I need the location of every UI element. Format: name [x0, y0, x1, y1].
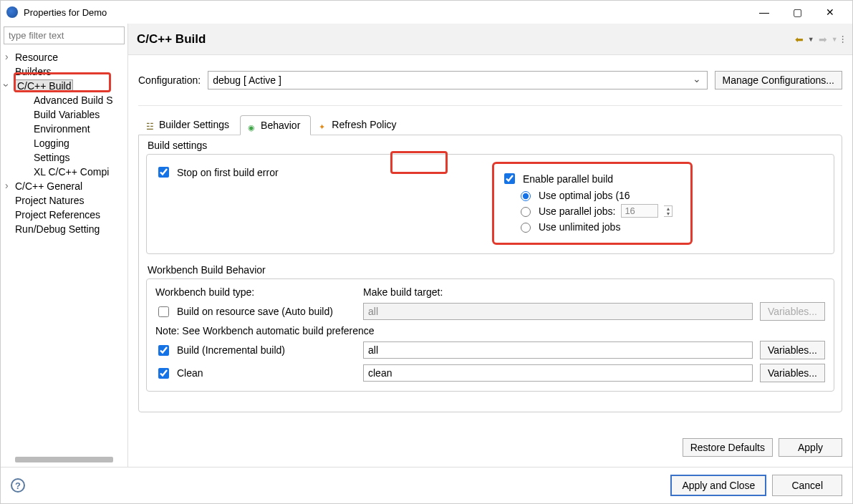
incremental-build-label: Build (Incremental build) — [177, 344, 285, 356]
build-settings-group: Stop on first build error Enable paralle… — [146, 154, 834, 254]
clean-variables-button[interactable]: Variables... — [760, 364, 825, 382]
tab-behavior[interactable]: Behavior — [240, 115, 311, 135]
help-icon[interactable]: ? — [11, 478, 25, 493]
apply-and-close-button[interactable]: Apply and Close — [670, 475, 766, 496]
stop-on-error-checkbox[interactable] — [158, 167, 169, 178]
optimal-jobs-radio[interactable] — [521, 191, 531, 201]
tree-item-logging[interactable]: Logging — [1, 136, 127, 150]
parallel-jobs-label: Use parallel jobs: — [539, 205, 615, 217]
auto-build-checkbox[interactable] — [158, 306, 169, 317]
annotation-highlight-parallel: Enable parallel build Use optimal jobs (… — [492, 162, 693, 245]
titlebar: Properties for Demo — ▢ ✕ — [1, 1, 852, 24]
apply-button[interactable]: Apply — [779, 438, 842, 457]
tab-body: Build settings Stop on first build error — [138, 135, 842, 412]
stop-on-error-label: Stop on first build error — [177, 167, 279, 178]
incremental-target-input[interactable] — [363, 341, 753, 359]
app-icon — [6, 6, 18, 18]
tree-item-advanced[interactable]: Advanced Build S — [1, 93, 127, 107]
refresh-policy-icon — [319, 120, 327, 129]
tree-item-settings[interactable]: Settings — [1, 150, 127, 165]
configuration-select[interactable]: debug [ Active ] — [208, 71, 707, 89]
sidebar: Resource Builders C/C++ Build Advanced B… — [1, 24, 128, 467]
workbench-group-title: Workbench Build Behavior — [148, 264, 834, 276]
menu-dots-icon[interactable]: ●●● — [842, 35, 844, 44]
sidebar-scrollbar[interactable] — [15, 457, 113, 462]
tree-item-build-variables[interactable]: Build Variables — [1, 107, 127, 122]
tree-item-builders[interactable]: Builders — [1, 64, 127, 79]
parallel-jobs-spinner[interactable]: ▲▼ — [664, 205, 673, 217]
builder-settings-icon — [146, 120, 155, 129]
tab-builder-label: Builder Settings — [159, 119, 229, 130]
parallel-jobs-input[interactable] — [621, 204, 658, 218]
tab-behavior-label: Behavior — [261, 120, 300, 131]
forward-arrow-icon[interactable]: ➡ — [819, 34, 827, 45]
clean-checkbox[interactable] — [158, 368, 169, 379]
workbench-type-label: Workbench build type: — [155, 286, 356, 298]
tree-item-ccgeneral[interactable]: C/C++ General — [1, 179, 127, 193]
page-title: C/C++ Build — [137, 32, 795, 47]
tabs: Builder Settings Behavior Refresh Policy — [128, 106, 852, 135]
dialog-footer: ? Apply and Close Cancel — [1, 467, 852, 503]
cancel-button[interactable]: Cancel — [772, 475, 842, 496]
page-header: C/C++ Build ⬅ ▼ ➡ ▼ ●●● — [128, 24, 852, 55]
auto-build-variables-button: Variables... — [760, 302, 825, 321]
behavior-icon — [248, 121, 256, 130]
unlimited-jobs-label: Use unlimited jobs — [539, 221, 620, 233]
nav-tree: Resource Builders C/C++ Build Advanced B… — [1, 47, 127, 457]
workbench-group: Workbench build type: Make build target:… — [146, 278, 834, 392]
filter-input[interactable] — [4, 26, 125, 44]
tab-refresh-label: Refresh Policy — [332, 119, 396, 130]
auto-build-note: Note: See Workbench automatic build pref… — [155, 325, 825, 336]
tree-item-xlc[interactable]: XL C/C++ Compi — [1, 165, 127, 179]
unlimited-jobs-radio[interactable] — [521, 223, 531, 233]
window-title: Properties for Demo — [24, 7, 748, 18]
forward-dropdown-icon[interactable]: ▼ — [832, 36, 838, 43]
configuration-label: Configuration: — [138, 74, 201, 86]
parallel-jobs-radio[interactable] — [521, 207, 531, 217]
enable-parallel-checkbox[interactable] — [504, 173, 515, 184]
clean-target-input[interactable] — [363, 364, 753, 382]
tree-item-environment[interactable]: Environment — [1, 122, 127, 136]
make-target-label: Make build target: — [363, 286, 753, 298]
close-button[interactable]: ✕ — [814, 2, 847, 22]
tab-builder-settings[interactable]: Builder Settings — [138, 115, 240, 135]
tree-item-resource[interactable]: Resource — [1, 50, 127, 64]
tree-item-ccbuild[interactable]: C/C++ Build — [1, 79, 127, 93]
enable-parallel-label: Enable parallel build — [523, 173, 613, 185]
incremental-build-checkbox[interactable] — [158, 345, 169, 356]
back-dropdown-icon[interactable]: ▼ — [808, 36, 814, 43]
auto-build-target-input — [363, 303, 753, 320]
maximize-button[interactable]: ▢ — [781, 2, 814, 22]
restore-defaults-button[interactable]: Restore Defaults — [683, 438, 773, 457]
build-settings-group-title: Build settings — [148, 140, 834, 151]
optimal-jobs-label: Use optimal jobs (16 — [539, 190, 630, 201]
manage-configurations-button[interactable]: Manage Configurations... — [715, 71, 842, 89]
tree-item-natures[interactable]: Project Natures — [1, 193, 127, 208]
tree-item-rundebug[interactable]: Run/Debug Setting — [1, 222, 127, 236]
incremental-variables-button[interactable]: Variables... — [760, 341, 825, 359]
back-arrow-icon[interactable]: ⬅ — [795, 34, 804, 45]
auto-build-label: Build on resource save (Auto build) — [177, 306, 333, 317]
clean-label: Clean — [177, 367, 203, 379]
tab-refresh-policy[interactable]: Refresh Policy — [311, 115, 407, 135]
minimize-button[interactable]: — — [748, 2, 781, 22]
tree-item-references[interactable]: Project References — [1, 208, 127, 222]
